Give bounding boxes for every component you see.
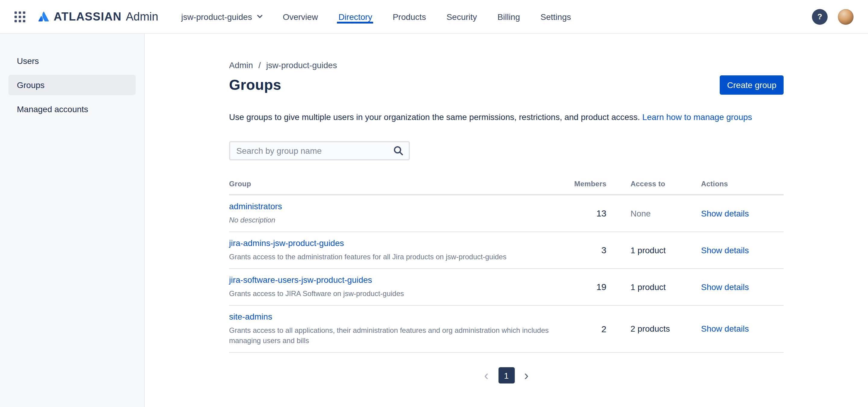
- intro-text: Use groups to give multiple users in you…: [229, 112, 640, 122]
- group-name-link[interactable]: site-admins: [229, 312, 272, 321]
- members-count: 13: [558, 208, 607, 218]
- actions-cell: Show details: [701, 281, 784, 292]
- actions-cell: Show details: [701, 245, 784, 255]
- members-count: 19: [558, 282, 607, 292]
- nav-tab-directory[interactable]: Directory: [337, 10, 373, 23]
- show-details-link[interactable]: Show details: [701, 282, 749, 291]
- nav-tab-settings[interactable]: Settings: [539, 10, 572, 23]
- pagination-current-page[interactable]: 1: [498, 367, 515, 383]
- sidebar-item-users[interactable]: Users: [8, 51, 135, 71]
- user-avatar[interactable]: [838, 9, 854, 24]
- app-window: ATLASSIAN Admin jsw-product-guides Overv…: [0, 0, 868, 407]
- product-name: Admin: [126, 10, 158, 23]
- access-to-value: 2 products: [630, 324, 701, 334]
- site-selector-label: jsw-product-guides: [181, 12, 252, 22]
- atlassian-wordmark: ATLASSIAN: [54, 10, 121, 23]
- access-to-value: 1 product: [630, 282, 701, 291]
- groups-table: Group Members Access to Actions administ…: [229, 177, 784, 383]
- chevron-down-icon: [256, 11, 264, 22]
- title-row: Groups Create group: [229, 75, 784, 95]
- breadcrumb-separator: /: [258, 60, 261, 70]
- group-search-input[interactable]: [236, 146, 393, 156]
- sidebar-item-groups[interactable]: Groups: [8, 75, 135, 95]
- create-group-button[interactable]: Create group: [720, 75, 784, 95]
- page-title: Groups: [229, 76, 281, 93]
- search-icon[interactable]: [393, 145, 404, 156]
- header-members: Members: [558, 180, 607, 188]
- chevron-left-icon[interactable]: ‹: [482, 369, 491, 382]
- page-body: Users Groups Managed accounts Admin / js…: [0, 34, 868, 407]
- group-description: Grants access to JIRA Software on jsw-pr…: [229, 289, 558, 299]
- actions-cell: Show details: [701, 208, 784, 219]
- help-icon[interactable]: ?: [812, 9, 828, 24]
- top-nav-left: ATLASSIAN Admin jsw-product-guides Overv…: [12, 0, 572, 33]
- access-to-value: None: [630, 208, 701, 218]
- show-details-link[interactable]: Show details: [701, 245, 749, 255]
- directory-sidebar: Users Groups Managed accounts: [0, 34, 145, 407]
- group-cell: jira-software-users-jsw-product-guides G…: [229, 274, 558, 299]
- show-details-link[interactable]: Show details: [701, 208, 749, 218]
- group-name-link[interactable]: jira-software-users-jsw-product-guides: [229, 275, 372, 285]
- header-group: Group: [229, 180, 558, 188]
- site-selector-dropdown[interactable]: jsw-product-guides: [181, 11, 264, 22]
- table-row: jira-admins-jsw-product-guides Grants ac…: [229, 232, 784, 269]
- app-switcher-icon[interactable]: [12, 9, 28, 24]
- top-nav-right: ?: [812, 0, 854, 33]
- group-search-box: [229, 141, 410, 160]
- nav-tab-security[interactable]: Security: [445, 10, 478, 23]
- breadcrumb-admin[interactable]: Admin: [229, 60, 253, 70]
- group-description: Grants access to all applications, their…: [229, 325, 558, 346]
- atlassian-brand[interactable]: ATLASSIAN Admin: [37, 10, 158, 23]
- atlassian-logo-icon: [37, 10, 50, 23]
- group-name-link[interactable]: administrators: [229, 201, 282, 211]
- groups-content: Admin / jsw-product-guides Groups Create…: [229, 60, 784, 383]
- header-actions: Actions: [701, 180, 784, 188]
- members-count: 3: [558, 245, 607, 255]
- groups-table-header: Group Members Access to Actions: [229, 177, 784, 195]
- group-description: No description: [229, 215, 558, 225]
- main-panel: Admin / jsw-product-guides Groups Create…: [145, 34, 868, 407]
- pagination: ‹ 1 ›: [229, 367, 784, 383]
- show-details-link[interactable]: Show details: [701, 324, 749, 334]
- table-row: administrators No description 13 None Sh…: [229, 195, 784, 232]
- breadcrumb: Admin / jsw-product-guides: [229, 60, 784, 70]
- access-to-value: 1 product: [630, 245, 701, 255]
- header-access-to: Access to: [630, 180, 701, 188]
- breadcrumb-site[interactable]: jsw-product-guides: [266, 60, 337, 70]
- sidebar-item-managed-accounts[interactable]: Managed accounts: [8, 99, 135, 119]
- group-cell: site-admins Grants access to all applica…: [229, 311, 558, 346]
- group-name-link[interactable]: jira-admins-jsw-product-guides: [229, 238, 344, 248]
- primary-nav: Overview Directory Products Security Bil…: [281, 10, 572, 23]
- group-cell: administrators No description: [229, 201, 558, 225]
- chevron-right-icon[interactable]: ›: [522, 369, 531, 382]
- nav-tab-billing[interactable]: Billing: [496, 10, 521, 23]
- nav-tab-overview[interactable]: Overview: [281, 10, 319, 23]
- group-description: Grants access to the administration feat…: [229, 252, 558, 262]
- actions-cell: Show details: [701, 323, 784, 334]
- nav-tab-products[interactable]: Products: [392, 10, 427, 23]
- table-row: jira-software-users-jsw-product-guides G…: [229, 269, 784, 306]
- groups-intro: Use groups to give multiple users in you…: [229, 111, 784, 123]
- members-count: 2: [558, 323, 607, 334]
- table-row: site-admins Grants access to all applica…: [229, 306, 784, 353]
- learn-manage-groups-link[interactable]: Learn how to manage groups: [642, 112, 752, 122]
- top-nav: ATLASSIAN Admin jsw-product-guides Overv…: [0, 0, 868, 34]
- group-cell: jira-admins-jsw-product-guides Grants ac…: [229, 238, 558, 262]
